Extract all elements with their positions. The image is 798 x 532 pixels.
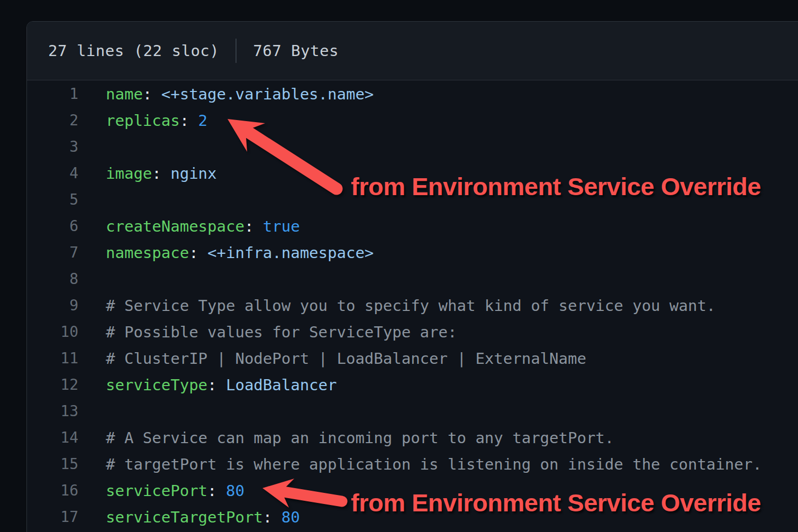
annotation-label-replicas: from Environment Service Override [351,174,761,199]
file-header: 27 lines (22 sloc) 767 Bytes [27,22,798,80]
code-line: 15# targetPort is where application is l… [27,451,798,478]
line-number[interactable]: 6 [27,213,78,240]
line-number[interactable]: 11 [27,345,78,372]
line-number[interactable]: 10 [27,319,78,345]
annotation-label-serviceport: from Environment Service Override [351,490,761,515]
code-line: 1name: <+stage.variables.name> [27,81,798,107]
code-line: 11# ClusterIP | NodePort | LoadBalancer … [27,345,798,372]
code-lines: 1name: <+stage.variables.name>2replicas:… [27,80,798,530]
line-number[interactable]: 2 [27,107,78,134]
code-text: # targetPort is where application is lis… [106,451,762,478]
line-number[interactable]: 13 [27,398,78,425]
line-number[interactable]: 9 [27,292,78,319]
line-number[interactable]: 1 [27,81,78,107]
line-number[interactable]: 3 [27,134,78,160]
line-number[interactable]: 17 [27,504,78,530]
file-lines-info: 27 lines (22 sloc) [48,42,219,60]
line-number[interactable]: 8 [27,266,78,292]
code-line: 8 [27,266,798,292]
line-number[interactable]: 5 [27,187,78,213]
file-viewer-panel: 27 lines (22 sloc) 767 Bytes 1name: <+st… [26,21,798,532]
code-line: 7namespace: <+infra.namespace> [27,240,798,266]
code-text: # ClusterIP | NodePort | LoadBalancer | … [106,345,586,372]
code-line: 2replicas: 2 [27,107,798,134]
code-text: name: <+stage.variables.name> [106,81,374,107]
code-line: 3 [27,134,798,160]
code-text: namespace: <+infra.namespace> [106,240,374,266]
code-text: # Service Type allow you to specify what… [106,292,715,319]
line-number[interactable]: 15 [27,451,78,478]
code-line: 10# Possible values for ServiceType are: [27,319,798,345]
code-text: serviceType: LoadBalancer [106,372,337,398]
file-size-info: 767 Bytes [253,42,339,60]
code-line: 12serviceType: LoadBalancer [27,372,798,398]
line-number[interactable]: 7 [27,240,78,266]
line-number[interactable]: 14 [27,425,78,451]
code-text: replicas: 2 [106,107,207,134]
code-text: image: nginx [106,160,217,187]
line-number[interactable]: 4 [27,160,78,187]
code-line: 6createNamespace: true [27,213,798,240]
code-text: # A Service can map an incoming port to … [106,425,614,451]
code-text: serviceTargetPort: 80 [106,504,300,530]
line-number[interactable]: 16 [27,478,78,504]
code-text: # Possible values for ServiceType are: [106,319,457,345]
code-text: createNamespace: true [106,213,300,240]
code-line: 9# Service Type allow you to specify wha… [27,292,798,319]
code-text: servicePort: 80 [106,478,244,504]
code-line: 13 [27,398,798,425]
line-number[interactable]: 12 [27,372,78,398]
header-divider [235,39,237,63]
code-line: 14# A Service can map an incoming port t… [27,425,798,451]
